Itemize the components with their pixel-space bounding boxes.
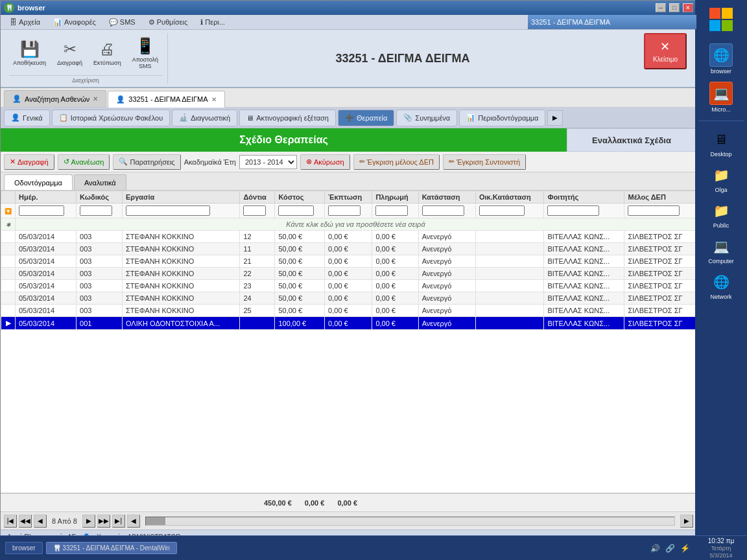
col-payment: Πληρωμή bbox=[372, 191, 418, 204]
menu-item-reports[interactable]: 📊 Αναφορές bbox=[47, 16, 102, 29]
table-row[interactable]: 05/03/2014 003 ΣΤΕΦΑΝΗ ΚΟΚΚΙΝΟ 12 50,00 … bbox=[1, 231, 696, 243]
menu-item-about[interactable]: ℹ Περι... bbox=[195, 16, 231, 29]
sms-icon: 💬 bbox=[109, 18, 118, 27]
table-row[interactable]: 05/03/2014 003 ΣΤΕΦΑΝΗ ΚΟΚΚΙΝΟ 11 50,00 … bbox=[1, 243, 696, 255]
maximize-button[interactable]: □ bbox=[669, 3, 680, 12]
sub-tab-analytic[interactable]: Αναλυτικά bbox=[74, 174, 126, 190]
year-select[interactable]: 2013 - 2014 bbox=[239, 155, 297, 169]
delete-button[interactable]: ✂ Διαγραφή bbox=[53, 38, 86, 69]
nav-tab-attachments[interactable]: 📎 Συνημμένα bbox=[396, 110, 457, 126]
table-footer: 450,00 € 0,00 € 0,00 € bbox=[1, 493, 696, 511]
svg-rect-3 bbox=[722, 20, 733, 31]
table-row[interactable]: 05/03/2014 003 ΣΤΕΦΑΝΗ ΚΟΚΚΙΝΟ 24 50,00 … bbox=[1, 292, 696, 305]
table-row[interactable]: 05/03/2014 003 ΣΤΕΦΑΝΗ ΚΟΚΚΙΝΟ 21 50,00 … bbox=[1, 255, 696, 268]
page-next-next-button[interactable]: ▶▶ bbox=[97, 515, 110, 528]
col-code: Κωδικός bbox=[77, 191, 123, 204]
search-tab[interactable]: 👤 Αναζήτηση Ασθενών ✕ bbox=[4, 90, 106, 107]
patient-tab-close[interactable]: ✕ bbox=[211, 96, 217, 103]
page-back-button[interactable]: ◀ bbox=[127, 515, 140, 528]
col-discount: Έκπτωση bbox=[325, 191, 372, 204]
toolbar-refresh-icon: ↺ bbox=[64, 158, 69, 166]
patient-tab[interactable]: 👤 33251 - ΔΕΙΓΜΑ ΔΕΙΓΜΑ ✕ bbox=[108, 91, 224, 108]
col-status: Κατάσταση bbox=[418, 191, 475, 204]
table-row[interactable]: 05/03/2014 003 ΣΤΕΦΑΝΗ ΚΟΚΚΙΝΟ 25 50,00 … bbox=[1, 305, 696, 317]
popup-title-bar: 33251 - ΔΕΙΓΜΑ ΔΕΙΓΜΑ bbox=[528, 15, 696, 29]
sms-button[interactable]: 📱 Αποστολή SMS bbox=[128, 34, 162, 72]
taskbar-browser-btn[interactable]: browser bbox=[5, 542, 43, 554]
desktop-icon-desktop[interactable]: 🖥 Desktop bbox=[696, 126, 746, 160]
filter-cost[interactable] bbox=[278, 205, 314, 216]
menu-item-sms[interactable]: 💬 SMS bbox=[103, 16, 141, 29]
add-row-text[interactable]: Κάντε κλικ εδώ για να προσθέσετε νέα σει… bbox=[16, 218, 696, 231]
page-prev-prev-button[interactable]: ◀◀ bbox=[19, 515, 32, 528]
filter-student[interactable] bbox=[547, 205, 599, 216]
close-button[interactable]: ✕ bbox=[683, 3, 693, 12]
content-toolbar: ✕ Διαγραφή ↺ Ανανέωση 🔍 Παρατηρήσεις Ακα… bbox=[1, 152, 696, 172]
nav-tab-therapy[interactable]: ➕ Θεραπεία bbox=[338, 110, 394, 126]
desktop-icon-public[interactable]: 📁 Public bbox=[696, 198, 746, 231]
scroll-thumb[interactable] bbox=[146, 517, 165, 525]
filter-dep[interactable] bbox=[628, 205, 680, 216]
nav-more-button[interactable]: ▶ bbox=[547, 110, 563, 126]
approve-dep-icon: ✏ bbox=[359, 158, 365, 166]
filter-oik[interactable] bbox=[479, 205, 525, 216]
desktop-icon-network[interactable]: 🌐 Network bbox=[696, 269, 746, 303]
ribbon: 💾 Αποθήκευση ✂ Διαγραφή 🖨 Εκτύπωση 📱 Απο… bbox=[1, 30, 696, 88]
table-row-selected[interactable]: ▶ 05/03/2014 001 ΟΛΙΚΗ ΟΔΟΝΤΟΣΤΟΙΧΙΑ Α..… bbox=[1, 317, 696, 330]
right-panel-micro[interactable]: 💻 Micro... bbox=[696, 79, 746, 115]
schema-alt[interactable]: Εναλλακτικά Σχέδια bbox=[567, 128, 696, 152]
filter-row: 🔽 bbox=[1, 204, 696, 218]
search-tab-close[interactable]: ✕ bbox=[93, 95, 98, 102]
horizontal-scrollbar[interactable] bbox=[145, 517, 675, 526]
sub-tab-odonto[interactable]: Οδοντόγραμμα bbox=[4, 174, 73, 190]
col-oik: Οικ.Κατάσταση bbox=[475, 191, 543, 204]
filter-code[interactable] bbox=[80, 205, 112, 216]
filter-status[interactable] bbox=[422, 205, 464, 216]
right-panel-browser[interactable]: 🌐 browser bbox=[696, 41, 746, 77]
ribbon-group-actions: 💾 Αποθήκευση ✂ Διαγραφή 🖨 Εκτύπωση 📱 Απο… bbox=[4, 33, 168, 84]
toolbar-notes-button[interactable]: 🔍 Παρατηρήσεις bbox=[113, 154, 180, 170]
save-button[interactable]: 💾 Αποθήκευση bbox=[9, 38, 50, 69]
title-bar: 🦷 browser ─ □ ✕ bbox=[1, 1, 696, 15]
menu-item-files[interactable]: 🗄 Αρχεία bbox=[4, 16, 46, 28]
system-clock: 10:32 πμ Τετάρτη 5/3/2014 bbox=[695, 535, 747, 560]
filter-teeth[interactable] bbox=[243, 205, 266, 216]
files-icon: 🗄 bbox=[10, 18, 17, 26]
print-button[interactable]: 🖨 Εκτύπωση bbox=[89, 38, 125, 69]
page-next-button[interactable]: ▶ bbox=[82, 515, 95, 528]
toolbar-cancel-button[interactable]: ⊗ Ακύρωση bbox=[300, 154, 350, 170]
desktop-icon-computer[interactable]: 💻 Computer bbox=[696, 233, 746, 267]
filter-payment[interactable] bbox=[375, 205, 408, 216]
content-area: Σχέδιο Θεραπείας Εναλλακτικά Σχέδια ✕ Δι… bbox=[1, 128, 696, 530]
nav-tab-perio[interactable]: 📊 Περιαδοντόγραμμα bbox=[459, 110, 545, 126]
page-first-button[interactable]: |◀ bbox=[4, 515, 17, 528]
nav-tab-xray[interactable]: 🖥 Ακτινογραφική εξέταση bbox=[239, 110, 336, 126]
minimize-button[interactable]: ─ bbox=[656, 3, 666, 12]
nav-tab-general[interactable]: 👤 Γενικά bbox=[4, 110, 50, 126]
close-ribbon-button[interactable]: ✕ Κλείσιμο bbox=[644, 33, 687, 69]
desktop-icon: 🖥 bbox=[711, 129, 731, 150]
scroll-right-button[interactable]: ▶ bbox=[680, 515, 693, 528]
table-row[interactable]: 05/03/2014 003 ΣΤΕΦΑΝΗ ΚΟΚΚΙΝΟ 22 50,00 … bbox=[1, 268, 696, 280]
add-row[interactable]: ✱ Κάντε κλικ εδώ για να προσθέσετε νέα σ… bbox=[1, 218, 696, 231]
nav-tab-diagnostic[interactable]: 🔬 Διαγνωστική bbox=[172, 110, 237, 126]
reports-icon: 📊 bbox=[53, 18, 62, 27]
windows-logo[interactable] bbox=[705, 3, 737, 36]
page-last-button[interactable]: ▶| bbox=[112, 515, 125, 528]
toolbar-delete-button[interactable]: ✕ Διαγραφή bbox=[4, 154, 54, 170]
filter-work[interactable] bbox=[126, 205, 210, 216]
toolbar-approve-dep-button[interactable]: ✏ Έγκριση μέλους ΔΕΠ bbox=[353, 154, 440, 170]
col-dep: Μέλος ΔΕΠ bbox=[624, 191, 696, 204]
table-row[interactable]: 05/03/2014 003 ΣΤΕΦΑΝΗ ΚΟΚΚΙΝΟ 23 50,00 … bbox=[1, 280, 696, 292]
menu-item-settings[interactable]: ⚙ Ρυθμίσεις bbox=[143, 16, 194, 29]
filter-date[interactable] bbox=[19, 205, 64, 216]
toolbar-refresh-button[interactable]: ↺ Ανανέωση bbox=[58, 154, 110, 170]
page-info: 8 Από 8 bbox=[49, 517, 80, 525]
nav-tab-history[interactable]: 📋 Ιστορικά Χρεώσεων Φακέλου bbox=[52, 110, 171, 126]
desktop-icon-olga[interactable]: 📁 Olga bbox=[696, 162, 746, 196]
sub-tabs: Οδοντόγραμμα Αναλυτικά bbox=[1, 172, 696, 191]
page-prev-button[interactable]: ◀ bbox=[34, 515, 47, 528]
toolbar-approve-coord-button[interactable]: ✏ Έγκριση Συντονιστή bbox=[443, 154, 526, 170]
filter-discount[interactable] bbox=[328, 205, 361, 216]
taskbar-dentalwin-btn[interactable]: 🦷 33251 - ΔΕΙΓΜΑ ΔΕΙΓΜΑ - DentalWin bbox=[46, 542, 177, 554]
